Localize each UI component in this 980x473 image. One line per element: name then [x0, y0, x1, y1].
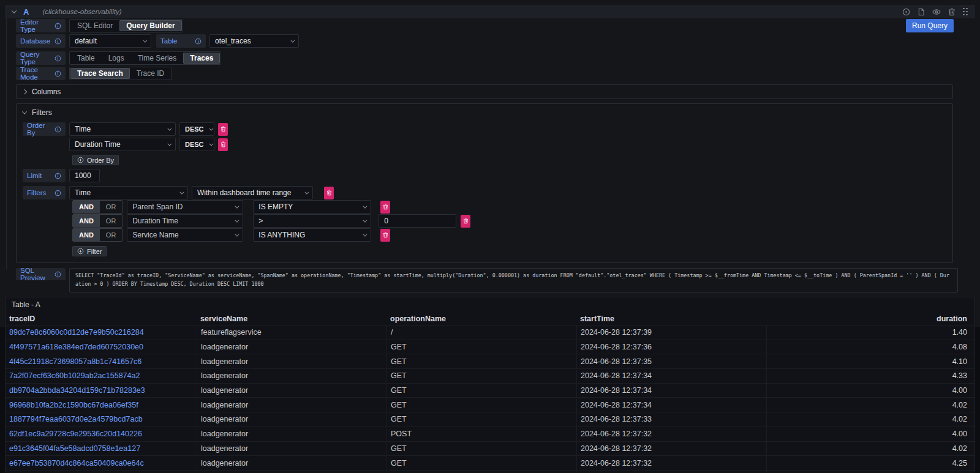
collapse-query-chevron-icon[interactable]: [12, 8, 17, 13]
remove-filter-button[interactable]: [324, 187, 334, 199]
column-header-starttime[interactable]: startTime: [576, 315, 766, 323]
run-query-button[interactable]: Run Query: [906, 19, 954, 32]
table-label: Table: [156, 34, 206, 48]
and-option[interactable]: AND: [73, 229, 100, 241]
service-name-cell: loadgenerator: [197, 340, 386, 354]
add-order-by-button[interactable]: Order By: [72, 155, 119, 165]
table-row: 62df1ec9a29728c9e29536c20d140226 loadgen…: [6, 426, 974, 441]
condition-operator-select[interactable]: IS EMPTY: [253, 200, 371, 214]
duration-cell: [766, 471, 974, 472]
info-icon[interactable]: [55, 23, 61, 29]
and-option[interactable]: AND: [73, 201, 100, 213]
trace-id-link[interactable]: 4f497571a618e384ed7ded60752030e0: [6, 340, 197, 354]
sql-preview-row: SQL Preview SELECT "TraceId" as traceID,…: [16, 268, 975, 292]
filter-operator-select[interactable]: Within dashboard time range: [192, 186, 313, 199]
table-row: e91c3645f04fa5e58adcd0758e1ea127 loadgen…: [6, 441, 974, 456]
chevron-right-icon: [22, 89, 27, 94]
duration-cell: 4.25: [766, 456, 974, 470]
add-filter-button[interactable]: Filter: [72, 246, 107, 256]
order-by-field-select[interactable]: Duration Time: [69, 138, 176, 151]
service-name-cell: loadgenerator: [197, 456, 386, 470]
trace-id-link[interactable]: [6, 471, 197, 472]
condition-operator-select[interactable]: IS ANYTHING: [253, 228, 371, 242]
query-type-table[interactable]: Table: [70, 53, 102, 64]
info-icon[interactable]: [55, 38, 61, 45]
duration-cell: 4.08: [766, 340, 974, 354]
table-panel: Table - A traceID serviceName operationN…: [5, 297, 975, 472]
filters-section-header[interactable]: Filters: [23, 108, 946, 117]
filter-field-select[interactable]: Time: [69, 186, 188, 199]
query-builder-option[interactable]: Query Builder: [119, 20, 181, 31]
column-header-duration[interactable]: duration: [766, 315, 974, 323]
or-option[interactable]: OR: [100, 215, 123, 227]
trace-search-option[interactable]: Trace Search: [70, 68, 130, 79]
query-type-logs[interactable]: Logs: [102, 53, 131, 64]
column-header-traceid[interactable]: traceID: [6, 315, 197, 323]
trace-id-link[interactable]: 62df1ec9a29728c9e29536c20d140226: [6, 427, 197, 441]
remove-query-trash-icon[interactable]: [948, 8, 956, 16]
chevron-down-icon: [167, 126, 172, 130]
trace-id-link[interactable]: e91c3645f04fa5e58adcd0758e1ea127: [6, 442, 197, 456]
condition-field-select[interactable]: Duration Time: [127, 214, 243, 228]
remove-order-by-button[interactable]: [218, 138, 228, 151]
service-name-cell: loadgenerator: [197, 427, 386, 441]
column-header-servicename[interactable]: serviceName: [197, 315, 386, 323]
condition-value-input[interactable]: 0: [379, 214, 456, 228]
remove-order-by-button[interactable]: [218, 123, 228, 136]
table-body: 89dc7e8c6060c0d12de7e9b50c216284 feature…: [6, 325, 974, 472]
trace-id-link[interactable]: db9704a2bbda34204d159c71b78283e3: [6, 384, 197, 398]
hide-query-eye-icon[interactable]: [932, 8, 941, 16]
drag-handle[interactable]: [963, 8, 968, 16]
operation-name-cell: GET: [386, 412, 576, 426]
duplicate-query-icon[interactable]: [918, 8, 925, 16]
order-by-direction-select[interactable]: DESC: [179, 138, 214, 151]
trash-icon: [383, 204, 388, 210]
order-by-field-select[interactable]: Time: [69, 122, 176, 136]
condition-field-select[interactable]: Parent Span ID: [127, 200, 243, 214]
info-icon[interactable]: [55, 271, 61, 278]
table-select[interactable]: otel_traces: [209, 34, 299, 48]
trace-id-link[interactable]: 1887794f7eaa6037d0e2a4579bcd7acb: [6, 412, 197, 426]
and-option[interactable]: AND: [73, 215, 100, 227]
query-type-time-series[interactable]: Time Series: [131, 53, 184, 64]
sql-editor-option[interactable]: SQL Editor: [70, 20, 119, 31]
or-option[interactable]: OR: [100, 201, 123, 213]
info-icon[interactable]: [55, 126, 61, 133]
remove-condition-button[interactable]: [380, 201, 390, 214]
database-select[interactable]: default: [69, 34, 151, 48]
condition-field-select[interactable]: Service Name: [127, 228, 243, 242]
table-row: db9704a2bbda34204d159c71b78283e3 loadgen…: [6, 383, 974, 398]
limit-input[interactable]: 1000: [69, 169, 100, 182]
database-label: Database: [16, 34, 66, 48]
query-help-icon[interactable]: [902, 8, 910, 16]
trace-id-link[interactable]: 89dc7e8c6060c0d12de7e9b50c216284: [6, 326, 197, 340]
info-icon[interactable]: [55, 55, 61, 62]
info-icon[interactable]: [55, 173, 61, 179]
editor-type-row: Editor Type SQL Editor Query Builder: [16, 19, 975, 32]
column-header-operationname[interactable]: operationName: [386, 315, 576, 323]
trace-id-option[interactable]: Trace ID: [130, 68, 172, 79]
info-icon[interactable]: [195, 38, 202, 45]
info-icon[interactable]: [55, 70, 61, 77]
columns-section-header[interactable]: Columns: [23, 88, 946, 96]
operation-name-cell: GET: [386, 340, 576, 354]
chevron-down-icon: [235, 232, 239, 236]
trace-id-link[interactable]: 4f45c21918c73698057a8b1c741657c6: [6, 354, 197, 368]
order-by-direction-select[interactable]: DESC: [179, 122, 214, 136]
query-row-header[interactable]: A (clickhouse-observability): [5, 5, 975, 18]
trace-id-link[interactable]: 96968b10fa2b2c1590bc67dea06ef35f: [6, 398, 197, 412]
filter-condition-row: AND OR Duration Time > 0: [72, 214, 946, 228]
start-time-cell: 2024-06-28 12:37:34: [576, 369, 766, 383]
operation-name-cell: GET: [386, 354, 576, 368]
condition-operator-select[interactable]: >: [253, 214, 371, 228]
trace-id-link[interactable]: e67ee7b53870d4c864ca50409ca0e64c: [6, 456, 197, 470]
order-by-row-1: Order By Time DESC: [23, 122, 946, 136]
info-icon[interactable]: [55, 190, 61, 196]
trace-id-link[interactable]: 7a2f07ecf63c60b1029ab2ac155874a2: [6, 369, 197, 383]
remove-condition-button[interactable]: [380, 229, 390, 242]
duration-cell: 4.02: [766, 412, 974, 426]
query-type-traces[interactable]: Traces: [183, 53, 220, 64]
remove-condition-button[interactable]: [461, 215, 470, 228]
service-name-cell: loadgenerator: [197, 471, 386, 472]
or-option[interactable]: OR: [100, 229, 123, 241]
